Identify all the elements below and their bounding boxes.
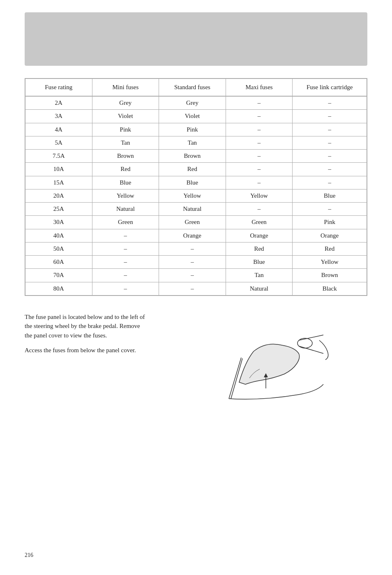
- cell-link: –: [293, 176, 367, 189]
- table-row: 80A––NaturalBlack: [25, 282, 367, 295]
- diagram-block: [164, 312, 367, 403]
- cell-mini: –: [92, 256, 159, 269]
- header-standard-fuses: Standard fuses: [159, 79, 226, 97]
- cell-maxi: –: [226, 110, 293, 123]
- header-fuse-rating: Fuse rating: [25, 79, 92, 97]
- cell-link: Black: [293, 282, 367, 295]
- cell-standard: Pink: [159, 123, 226, 136]
- table-row: 60A––BlueYellow: [25, 256, 367, 269]
- cell-mini: –: [92, 229, 159, 242]
- cell-maxi: –: [226, 96, 293, 110]
- cell-maxi: –: [226, 150, 293, 163]
- header-fuse-link: Fuse link cartridge: [293, 79, 367, 97]
- cell-rating: 15A: [25, 176, 92, 189]
- cell-maxi: Orange: [226, 229, 293, 242]
- cell-standard: –: [159, 242, 226, 255]
- cell-standard: –: [159, 256, 226, 269]
- cell-link: –: [293, 150, 367, 163]
- table-row: 30AGreenGreenGreenPink: [25, 216, 367, 229]
- cell-rating: 10A: [25, 163, 92, 176]
- cell-standard: Orange: [159, 229, 226, 242]
- table-row: 25ANaturalNatural––: [25, 203, 367, 216]
- cell-rating: 3A: [25, 110, 92, 123]
- cell-rating: 70A: [25, 269, 92, 282]
- cell-rating: 80A: [25, 282, 92, 295]
- cell-mini: Pink: [92, 123, 159, 136]
- cell-rating: 25A: [25, 203, 92, 216]
- header-mini-fuses: Mini fuses: [92, 79, 159, 97]
- cell-mini: Brown: [92, 150, 159, 163]
- cell-maxi: –: [226, 136, 293, 149]
- cell-maxi: Green: [226, 216, 293, 229]
- cell-mini: Grey: [92, 96, 159, 110]
- cell-link: Yellow: [293, 256, 367, 269]
- page-number: 216: [25, 552, 33, 559]
- cell-link: Pink: [293, 216, 367, 229]
- fuse-panel-diagram: [196, 312, 336, 403]
- cell-mini: Red: [92, 163, 159, 176]
- bottom-section: The fuse panel is located below and to t…: [25, 312, 367, 403]
- cell-standard: Violet: [159, 110, 226, 123]
- table-row: 40A–OrangeOrangeOrange: [25, 229, 367, 242]
- cell-maxi: Tan: [226, 269, 293, 282]
- table-row: 4APinkPink––: [25, 123, 367, 136]
- table-row: 15ABlueBlue––: [25, 176, 367, 189]
- cell-link: –: [293, 163, 367, 176]
- fuse-table: Fuse rating Mini fuses Standard fuses Ma…: [25, 79, 367, 296]
- cell-link: Orange: [293, 229, 367, 242]
- paragraph1: The fuse panel is located below and to t…: [25, 312, 148, 340]
- table-row: 50A––RedRed: [25, 242, 367, 255]
- cell-maxi: Blue: [226, 256, 293, 269]
- cell-mini: Natural: [92, 203, 159, 216]
- cell-mini: Violet: [92, 110, 159, 123]
- cell-standard: Red: [159, 163, 226, 176]
- table-row: 10ARedRed––: [25, 163, 367, 176]
- cell-standard: Yellow: [159, 189, 226, 202]
- table-row: 5ATanTan––: [25, 136, 367, 149]
- cell-link: –: [293, 123, 367, 136]
- svg-line-6: [299, 346, 323, 353]
- cell-link: Red: [293, 242, 367, 255]
- header-maxi-fuses: Maxi fuses: [226, 79, 293, 97]
- table-row: 7.5ABrownBrown––: [25, 150, 367, 163]
- cell-standard: Natural: [159, 203, 226, 216]
- text-block: The fuse panel is located below and to t…: [25, 312, 148, 361]
- cell-link: Brown: [293, 269, 367, 282]
- fuse-table-wrapper: Fuse rating Mini fuses Standard fuses Ma…: [25, 78, 367, 296]
- table-row: 3AVioletViolet––: [25, 110, 367, 123]
- cell-rating: 5A: [25, 136, 92, 149]
- cell-link: –: [293, 96, 367, 110]
- table-row: 2AGreyGrey––: [25, 96, 367, 110]
- cell-mini: Tan: [92, 136, 159, 149]
- cell-mini: Blue: [92, 176, 159, 189]
- svg-line-0: [229, 358, 241, 399]
- cell-rating: 7.5A: [25, 150, 92, 163]
- cell-standard: Brown: [159, 150, 226, 163]
- cell-standard: –: [159, 282, 226, 295]
- cell-rating: 60A: [25, 256, 92, 269]
- cell-rating: 30A: [25, 216, 92, 229]
- cell-link: Blue: [293, 189, 367, 202]
- cell-maxi: Natural: [226, 282, 293, 295]
- cell-standard: Green: [159, 216, 226, 229]
- cell-mini: –: [92, 282, 159, 295]
- cell-maxi: –: [226, 123, 293, 136]
- cell-rating: 2A: [25, 96, 92, 110]
- cell-rating: 40A: [25, 229, 92, 242]
- cell-mini: Green: [92, 216, 159, 229]
- cell-maxi: –: [226, 203, 293, 216]
- cell-maxi: –: [226, 163, 293, 176]
- cell-rating: 20A: [25, 189, 92, 202]
- cell-standard: –: [159, 269, 226, 282]
- cell-maxi: –: [226, 176, 293, 189]
- cell-standard: Blue: [159, 176, 226, 189]
- cell-mini: Yellow: [92, 189, 159, 202]
- cell-mini: –: [92, 269, 159, 282]
- cell-rating: 4A: [25, 123, 92, 136]
- cell-link: –: [293, 136, 367, 149]
- cell-rating: 50A: [25, 242, 92, 255]
- paragraph2: Access the fuses from below the panel co…: [25, 346, 148, 355]
- cell-link: –: [293, 203, 367, 216]
- cell-maxi: Red: [226, 242, 293, 255]
- table-row: 20AYellowYellowYellowBlue: [25, 189, 367, 202]
